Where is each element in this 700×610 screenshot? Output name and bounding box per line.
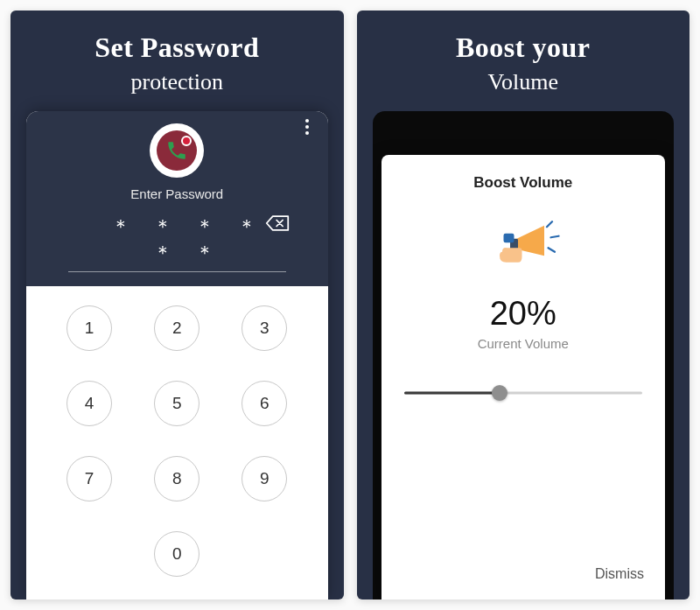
title-line1-left: Set Password <box>19 32 335 64</box>
volume-percent: 20% <box>399 295 648 333</box>
svg-line-1 <box>550 236 558 238</box>
backspace-icon[interactable] <box>265 214 290 236</box>
key-5[interactable]: 5 <box>154 381 200 426</box>
more-vertical-icon[interactable] <box>298 118 316 136</box>
title-line2-right: Volume <box>366 69 682 95</box>
slider-thumb[interactable] <box>492 385 508 401</box>
password-card: Enter Password ＊ ＊ ＊ ＊ ＊ ＊ 1 2 3 4 5 6 7… <box>26 111 328 599</box>
key-1[interactable]: 1 <box>66 305 112 351</box>
volume-caption: Current Volume <box>399 336 648 351</box>
key-2[interactable]: 2 <box>154 305 200 351</box>
megaphone-icon <box>399 218 648 279</box>
panel-set-password: Set Password protection Enter Password <box>10 11 344 599</box>
boost-volume-dialog: Boost Volume <box>382 155 666 599</box>
record-dot-icon <box>181 136 192 146</box>
svg-line-0 <box>547 221 552 227</box>
key-empty-left <box>66 531 112 577</box>
slider-fill <box>404 392 500 395</box>
lock-header: Enter Password ＊ ＊ ＊ ＊ ＊ ＊ <box>26 111 328 286</box>
key-3[interactable]: 3 <box>242 305 287 351</box>
svg-rect-4 <box>503 234 514 243</box>
panel-header-left: Set Password protection <box>10 11 344 111</box>
key-4[interactable]: 4 <box>66 381 112 426</box>
key-empty-right <box>242 531 287 577</box>
key-0[interactable]: 0 <box>154 531 200 577</box>
panel-header-right: Boost your Volume <box>357 11 690 111</box>
dismiss-button[interactable]: Dismiss <box>592 561 648 587</box>
key-7[interactable]: 7 <box>66 456 112 501</box>
key-8[interactable]: 8 <box>154 456 200 501</box>
panel-boost-volume: Boost your Volume Boost Volume <box>357 11 690 599</box>
password-field[interactable]: ＊ ＊ ＊ ＊ ＊ ＊ <box>68 214 286 272</box>
dialog-title: Boost Volume <box>399 174 648 192</box>
phone-frame: Boost Volume <box>373 111 675 599</box>
volume-slider[interactable] <box>404 382 643 403</box>
svg-line-2 <box>548 248 555 252</box>
key-6[interactable]: 6 <box>242 381 287 426</box>
key-9[interactable]: 9 <box>242 456 287 501</box>
app-icon <box>38 123 316 178</box>
svg-rect-5 <box>503 248 508 260</box>
password-mask: ＊ ＊ ＊ ＊ ＊ ＊ <box>68 214 286 266</box>
numeric-keypad: 1 2 3 4 5 6 7 8 9 0 <box>26 286 328 599</box>
enter-password-label: Enter Password <box>38 186 316 201</box>
title-line1-right: Boost your <box>366 32 682 64</box>
title-line2-left: protection <box>19 69 335 95</box>
